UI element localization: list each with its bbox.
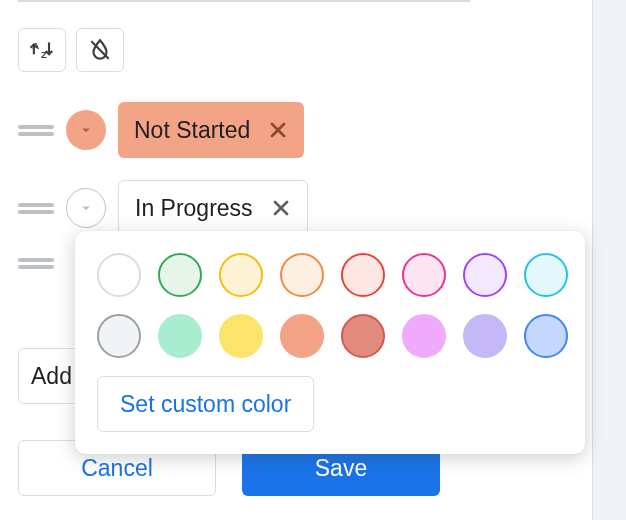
color-swatch[interactable]: [97, 314, 141, 358]
option-row: In Progress: [18, 180, 308, 236]
color-swatch[interactable]: [524, 253, 568, 297]
color-dropdown-button[interactable]: [66, 188, 106, 228]
option-chip[interactable]: In Progress: [118, 180, 308, 236]
remove-option-button[interactable]: [267, 194, 295, 222]
remove-option-button[interactable]: [264, 116, 292, 144]
option-chip-label: In Progress: [135, 195, 253, 222]
save-button-label: Save: [315, 455, 367, 482]
color-swatch[interactable]: [219, 253, 263, 297]
color-swatch[interactable]: [97, 253, 141, 297]
clear-color-button[interactable]: [76, 28, 124, 72]
color-swatch[interactable]: [219, 314, 263, 358]
color-dropdown-button[interactable]: [66, 110, 106, 150]
color-picker-popover: Set custom color: [75, 231, 585, 454]
color-swatch[interactable]: [402, 314, 446, 358]
sort-az-icon: A Z: [29, 37, 55, 63]
toolbar: A Z: [18, 28, 124, 72]
drag-handle[interactable]: [18, 125, 54, 136]
svg-text:Z: Z: [41, 49, 47, 60]
color-swatch[interactable]: [402, 253, 446, 297]
option-row: [18, 258, 54, 269]
color-swatch[interactable]: [524, 314, 568, 358]
sort-az-button[interactable]: A Z: [18, 28, 66, 72]
drag-handle[interactable]: [18, 203, 54, 214]
color-swatch[interactable]: [341, 314, 385, 358]
option-chip-label: Not Started: [134, 117, 250, 144]
swatch-grid: [97, 253, 563, 358]
panel-top-border: [18, 0, 470, 2]
close-icon: [266, 118, 290, 142]
color-swatch[interactable]: [341, 253, 385, 297]
color-swatch[interactable]: [280, 253, 324, 297]
caret-down-icon: [77, 199, 95, 217]
color-swatch[interactable]: [158, 314, 202, 358]
cancel-button-label: Cancel: [81, 455, 153, 482]
color-swatch[interactable]: [463, 253, 507, 297]
color-swatch[interactable]: [463, 314, 507, 358]
color-swatch[interactable]: [280, 314, 324, 358]
caret-down-icon: [77, 121, 95, 139]
drag-handle[interactable]: [18, 258, 54, 269]
color-swatch[interactable]: [158, 253, 202, 297]
option-chip[interactable]: Not Started: [118, 102, 304, 158]
set-custom-color-label: Set custom color: [120, 391, 291, 418]
no-color-icon: [87, 37, 113, 63]
right-page-gutter: [592, 0, 626, 520]
set-custom-color-button[interactable]: Set custom color: [97, 376, 314, 432]
option-row: Not Started: [18, 102, 304, 158]
close-icon: [269, 196, 293, 220]
